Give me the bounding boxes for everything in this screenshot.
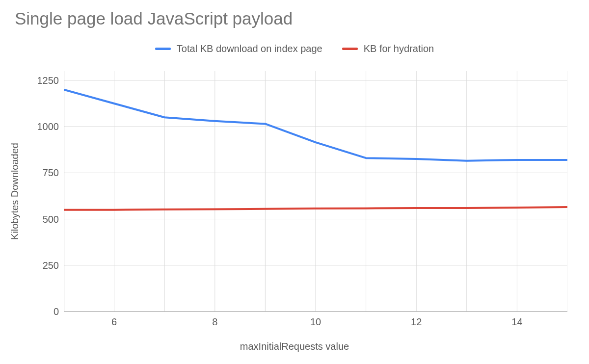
legend-swatch-total-kb bbox=[155, 48, 171, 50]
y-tick-label: 750 bbox=[29, 167, 59, 179]
x-tick-label: 12 bbox=[411, 316, 422, 328]
x-tick-label: 6 bbox=[111, 316, 117, 328]
y-tick-label: 0 bbox=[29, 306, 59, 317]
chart-container: Single page load JavaScript payload Tota… bbox=[0, 0, 589, 364]
plot-svg bbox=[64, 71, 567, 312]
legend-label: KB for hydration bbox=[364, 43, 434, 54]
y-tick-label: 500 bbox=[29, 213, 59, 225]
x-axis-title: maxInitialRequests value bbox=[0, 341, 589, 352]
legend-item-total-kb: Total KB download on index page bbox=[155, 43, 322, 54]
chart-title: Single page load JavaScript payload bbox=[15, 9, 293, 28]
legend-item-hydration-kb: KB for hydration bbox=[342, 43, 434, 54]
legend: Total KB download on index page KB for h… bbox=[0, 43, 589, 54]
y-tick-label: 250 bbox=[29, 260, 59, 271]
y-tick-label: 1250 bbox=[29, 75, 59, 86]
legend-label: Total KB download on index page bbox=[177, 43, 322, 54]
x-tick-label: 8 bbox=[212, 316, 217, 328]
plot-area: 02505007501000125068101214 bbox=[64, 71, 567, 312]
x-tick-label: 14 bbox=[511, 316, 522, 328]
y-axis-title: Kilobytes Downloaded bbox=[9, 143, 21, 240]
legend-swatch-hydration-kb bbox=[342, 48, 358, 50]
y-tick-label: 1000 bbox=[29, 121, 59, 132]
x-tick-label: 10 bbox=[310, 316, 321, 328]
